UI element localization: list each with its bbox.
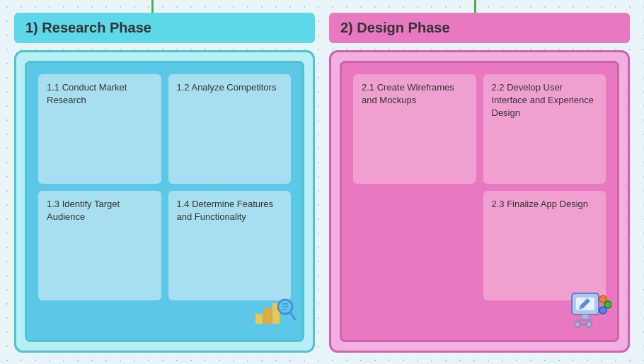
- svg-point-15: [575, 322, 580, 327]
- design-phase-title: 2) Design Phase: [340, 20, 450, 35]
- svg-rect-1: [264, 308, 271, 324]
- main-container: 1) Research Phase 1.1 Conduct Market Res…: [0, 0, 644, 364]
- design-phase-outer: 2.1 Create Wireframes and Mockups 2.2 De…: [329, 50, 630, 353]
- research-icon: [254, 293, 297, 328]
- design-task-area: 2.1 Create Wireframes and Mockups 2.2 De…: [353, 74, 606, 300]
- svg-point-16: [586, 322, 592, 327]
- research-icon-area: [254, 293, 297, 334]
- svg-rect-14: [578, 319, 592, 321]
- research-phase-column: 1) Research Phase 1.1 Conduct Market Res…: [14, 0, 315, 364]
- svg-rect-13: [582, 315, 588, 319]
- task-card-2-3: 2.3 Finalize App Design: [483, 191, 606, 300]
- connector-line-left: [151, 0, 154, 13]
- task-card-1-2: 1.2 Analyze Competitors: [168, 74, 292, 184]
- svg-rect-0: [255, 314, 263, 324]
- research-phase-inner: 1.1 Conduct Market Research 1.2 Analyze …: [25, 61, 304, 342]
- design-icon: [569, 289, 611, 328]
- design-row-2: 2.3 Finalize App Design: [353, 191, 606, 300]
- design-icon-area: [569, 289, 611, 334]
- research-phase-header: 1) Research Phase: [14, 13, 315, 43]
- task-card-1-4: 1.4 Determine Features and Functionality: [168, 191, 292, 300]
- research-phase-title: 1) Research Phase: [25, 20, 151, 35]
- research-phase-outer: 1.1 Conduct Market Research 1.2 Analyze …: [14, 50, 315, 353]
- connector-line-right: [474, 0, 476, 13]
- task-card-1-3: 1.3 Identify Target Audience: [38, 191, 161, 300]
- research-task-grid: 1.1 Conduct Market Research 1.2 Analyze …: [38, 74, 291, 300]
- svg-point-12: [599, 307, 606, 314]
- svg-line-4: [290, 312, 295, 319]
- design-phase-column: 2) Design Phase 2.1 Create Wireframes an…: [329, 0, 630, 364]
- design-phase-header: 2) Design Phase: [329, 13, 630, 43]
- task-card-2-1: 2.1 Create Wireframes and Mockups: [353, 74, 476, 184]
- task-card-2-2: 2.2 Develop User Interface and Experienc…: [483, 74, 606, 184]
- task-card-1-1: 1.1 Conduct Market Research: [38, 74, 161, 184]
- design-phase-inner: 2.1 Create Wireframes and Mockups 2.2 De…: [340, 61, 619, 342]
- design-row-1: 2.1 Create Wireframes and Mockups 2.2 De…: [353, 74, 606, 184]
